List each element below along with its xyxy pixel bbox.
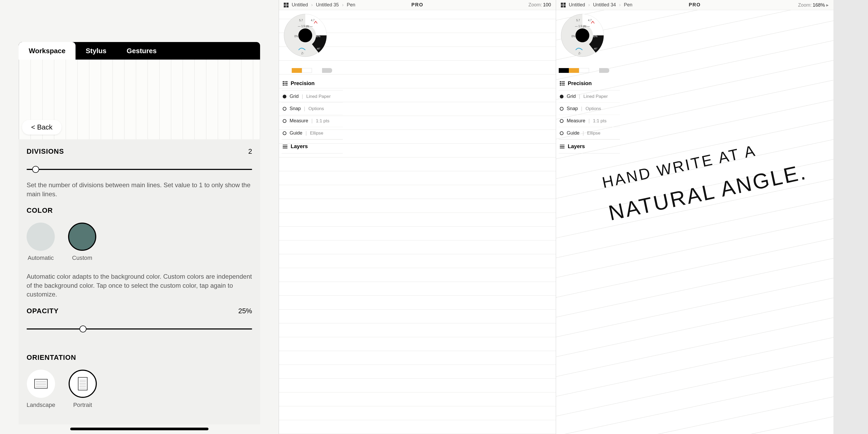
lined-paper-bg [279, 10, 556, 434]
canvas-area[interactable] [279, 10, 556, 434]
automatic-swatch-icon [27, 223, 55, 251]
color-strip[interactable] [282, 68, 332, 73]
layers-header[interactable]: Layers [559, 140, 620, 153]
opacity-title: OPACITY [27, 307, 59, 315]
precision-icon [283, 81, 287, 86]
zoom-readout[interactable]: Zoom:168% ▸ [798, 2, 829, 8]
zoom-readout[interactable]: Zoom:100 [528, 2, 551, 8]
color-automatic[interactable]: Automatic [27, 223, 55, 261]
color-swatch-1[interactable] [559, 68, 569, 73]
home-indicator [70, 428, 209, 430]
svg-text:0%: 0% [294, 35, 299, 38]
opacity-slider[interactable] [27, 329, 252, 330]
grid-row[interactable]: Grid|Lined Paper [559, 90, 620, 103]
back-button[interactable]: < Back [22, 120, 61, 134]
breadcrumb[interactable]: Untitled › Untitled 35 › Pen [284, 2, 355, 8]
svg-text:Z↑: Z↑ [579, 52, 581, 55]
color-custom[interactable]: Custom [68, 223, 96, 261]
divisions-desc: Set the number of divisions between main… [27, 181, 252, 198]
portrait-icon [78, 377, 88, 391]
layers-icon [560, 145, 565, 148]
sidebar: Precision Grid|Lined Paper Snap|Options … [559, 76, 620, 153]
color-swatch-3[interactable] [302, 68, 312, 73]
precision-header[interactable]: Precision [282, 76, 343, 90]
precision-header[interactable]: Precision [559, 76, 620, 90]
color-strip[interactable] [559, 68, 609, 73]
orientation-title: ORIENTATION [27, 353, 76, 362]
orientation-landscape[interactable]: Landscape [27, 370, 55, 408]
topbar: Untitled › Untitled 34 › Pen PRO Zoom:16… [556, 0, 833, 10]
svg-point-10 [576, 28, 589, 42]
tool-puck[interactable]: 5.7 4.7 — 1.5 pts — 0% 100% 45° Z↑ [560, 13, 605, 58]
svg-text:4.7: 4.7 [588, 19, 592, 22]
svg-text:5.7: 5.7 [299, 19, 303, 22]
layers-header[interactable]: Layers [282, 140, 343, 153]
tab-workspace[interactable]: Workspace [19, 42, 75, 60]
color-swatch-2[interactable] [569, 68, 579, 73]
snap-row[interactable]: Snap|Options [282, 103, 343, 115]
snap-row[interactable]: Snap|Options [559, 103, 620, 115]
divisions-title: DIVISIONS [27, 147, 64, 156]
breadcrumb[interactable]: Untitled › Untitled 34 › Pen [561, 2, 632, 8]
opacity-value: 25% [238, 307, 252, 315]
svg-text:0%: 0% [571, 35, 576, 38]
svg-text:Z↑: Z↑ [301, 52, 304, 55]
color-desc: Automatic color adapts to the background… [27, 272, 252, 299]
guide-row[interactable]: Guide|Ellipse [559, 127, 620, 140]
precision-icon [560, 81, 565, 86]
guide-row[interactable]: Guide|Ellipse [282, 127, 343, 140]
grid-icon[interactable] [561, 3, 566, 7]
measure-row[interactable]: Measure|1:1 pts [559, 115, 620, 127]
lined-paper-bg-rotated [556, 10, 833, 434]
color-swatch-2[interactable] [292, 68, 302, 73]
tab-stylus[interactable]: Stylus [75, 42, 117, 60]
paper-preview: < Back [19, 60, 260, 140]
svg-text:5.7: 5.7 [576, 19, 580, 22]
sidebar: Precision Grid|Lined Paper Snap|Options … [282, 76, 343, 153]
tabs-bar: Workspace Stylus Gestures [19, 42, 260, 60]
svg-text:45°: 45° [317, 47, 320, 50]
color-title: COLOR [27, 206, 53, 215]
color-swatch-4[interactable] [322, 68, 332, 73]
svg-text:— 1.5 pts —: — 1.5 pts — [575, 25, 590, 28]
settings-panel: Workspace Stylus Gestures < Back DIVISIO… [0, 0, 279, 434]
color-swatch-1[interactable] [282, 68, 292, 73]
divisions-slider[interactable] [27, 169, 252, 170]
color-swatch-3[interactable] [579, 68, 589, 73]
svg-text:4.7: 4.7 [311, 19, 315, 22]
color-swatch-4[interactable] [599, 68, 609, 73]
svg-point-1 [299, 28, 312, 42]
canvas-area[interactable]: HAND WRITE AT A NATURAL ANGLE. [556, 10, 833, 434]
orientation-portrait[interactable]: Portrait [69, 370, 97, 408]
landscape-icon [34, 379, 48, 389]
svg-text:45°: 45° [594, 47, 597, 50]
tool-puck[interactable]: 5.7 4.7 — 1.5 pts — 0% 100% 45° Z↑ [283, 13, 328, 58]
measure-row[interactable]: Measure|1:1 pts [282, 115, 343, 127]
layers-icon [283, 145, 287, 148]
divisions-value: 2 [248, 147, 252, 156]
settings-body: DIVISIONS 2 Set the number of divisions … [19, 140, 260, 425]
tab-gestures[interactable]: Gestures [117, 42, 167, 60]
grid-icon[interactable] [284, 3, 288, 7]
pro-badge: PRO [689, 2, 701, 8]
custom-swatch-icon [68, 223, 96, 251]
grid-row[interactable]: Grid|Lined Paper [282, 90, 343, 103]
pro-badge: PRO [411, 2, 423, 8]
canvas-panel-3: Untitled › Untitled 34 › Pen PRO Zoom:16… [556, 0, 833, 434]
canvas-panel-2: Untitled › Untitled 35 › Pen PRO Zoom:10… [279, 0, 556, 434]
topbar: Untitled › Untitled 35 › Pen PRO Zoom:10… [279, 0, 556, 10]
svg-text:— 1.5 pts —: — 1.5 pts — [298, 25, 313, 28]
svg-text:100%: 100% [591, 35, 597, 38]
svg-text:100%: 100% [313, 35, 320, 38]
